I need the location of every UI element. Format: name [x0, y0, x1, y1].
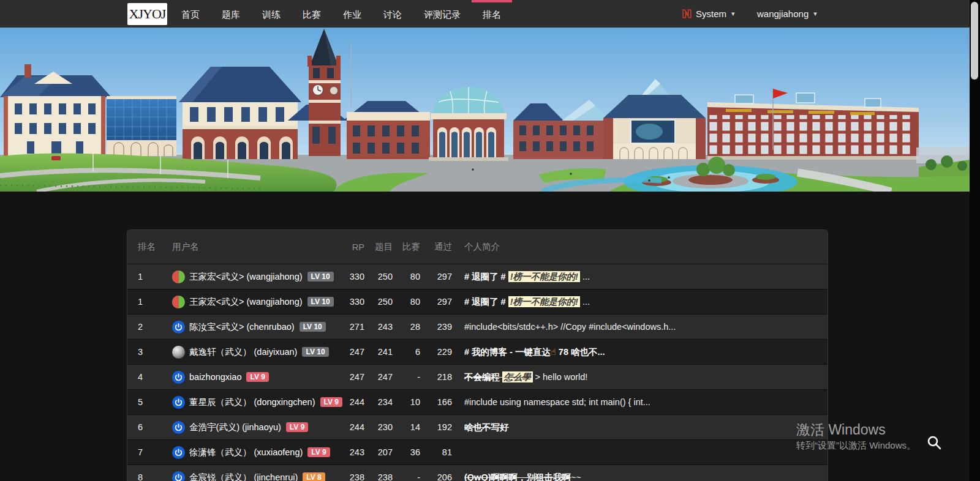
site-logo-text: XJYOJ [129, 6, 166, 22]
rank-value: 5 [127, 397, 172, 407]
campus-photo-banner [0, 28, 970, 192]
problems-value: 243 [364, 322, 393, 332]
rp-value: 330 [311, 297, 364, 307]
accepted-value: 206 [420, 472, 452, 481]
contest-value: 80 [393, 297, 420, 307]
username-link[interactable]: 董星辰（武义） (dongxingchen) [189, 397, 315, 408]
rank-value: 6 [127, 422, 172, 432]
scrollbar-thumb[interactable] [971, 2, 978, 80]
nav-item-评测记录[interactable]: 评测记录 [413, 0, 472, 28]
nav-item-首页[interactable]: 首页 [170, 0, 211, 28]
username-link[interactable]: 徐潇锋（武义） (xuxiaofeng) [189, 447, 303, 458]
bio-text: 78 啥也不... [556, 347, 605, 357]
header-rank: 排名 [127, 241, 172, 253]
accepted-value: 297 [420, 297, 452, 307]
username-link[interactable]: 王家宏<武义> (wangjiahong) [189, 296, 303, 308]
user-cell: 戴逸轩（武义） (daiyixuan) LV 10 [172, 346, 311, 359]
user-cell: 陈汝宝<武义> (chenrubao) LV 10 [172, 321, 311, 334]
table-row[interactable]: 4 baizhongxiao LV 9 247 247 - 218 不会编程 怎… [127, 364, 827, 389]
user-avatar [172, 270, 185, 283]
top-navbar: XJYOJ 首页题库训练比赛作业讨论评测记录排名 System ▾ wangji… [0, 0, 980, 28]
table-row[interactable]: 8 金宸锐（武义） (jinchenrui) LV 8 238 238 - 20… [127, 464, 827, 481]
user-cell: 董星辰（武义） (dongxingchen) LV 9 [172, 396, 311, 409]
user-avatar [172, 471, 185, 481]
table-row[interactable]: 1 王家宏<武义> (wangjiahong) LV 10 330 250 80… [127, 289, 827, 314]
user-cell: 王家宏<武义> (wangjiahong) LV 10 [172, 296, 311, 308]
table-row[interactable]: 2 陈汝宝<武义> (chenrubao) LV 10 271 243 28 2… [127, 314, 827, 339]
nav-item-训练[interactable]: 训练 [251, 0, 292, 28]
level-badge: LV 9 [286, 422, 308, 432]
user-cell: 金宸锐（武义） (jinchenrui) LV 8 [172, 471, 311, 481]
table-row[interactable]: 7 徐潇锋（武义） (xuxiaofeng) LV 9 243 207 36 8… [127, 439, 827, 464]
power-icon [174, 398, 183, 407]
username-link[interactable]: 金浩宇(武义) (jinhaoyu) [189, 422, 281, 433]
bio-cell: # 我的博客 - 一键直达☝ 78 啥也不... [452, 346, 827, 358]
rp-value: 247 [311, 347, 364, 357]
system-label: System [696, 9, 726, 19]
username-link[interactable]: baizhongxiao [189, 372, 241, 382]
problems-value: 207 [364, 447, 393, 457]
bio-text: ~~ [571, 472, 581, 481]
nav-item-题库[interactable]: 题库 [211, 0, 251, 28]
rank-value: 2 [127, 322, 172, 332]
bio-cell: 不会编程 怎么學 > hello world! [452, 371, 827, 383]
bio-text: > hello world! [533, 372, 588, 382]
accepted-value: 239 [420, 322, 452, 332]
table-row[interactable]: 5 董星辰（武义） (dongxingchen) LV 9 244 234 10… [127, 389, 827, 414]
rank-value: 4 [127, 372, 172, 382]
bio-cell: 啥也不写好 [452, 422, 827, 433]
username-link[interactable]: 戴逸轩（武义） (daiyixuan) [189, 346, 297, 358]
nav-item-比赛[interactable]: 比赛 [292, 0, 332, 28]
bio-text: #include using namespace std; int main()… [464, 397, 650, 407]
scrollbar-track[interactable] [970, 0, 980, 481]
table-row[interactable]: 3 戴逸轩（武义） (daiyixuan) LV 10 247 241 6 22… [127, 339, 827, 364]
main-nav-menu: 首页题库训练比赛作业讨论评测记录排名 [170, 0, 512, 28]
accepted-value: 166 [420, 397, 452, 407]
username-link[interactable]: 陈汝宝<武义> (chenrubao) [189, 321, 295, 333]
accepted-value: 297 [420, 272, 452, 282]
chevron-down-icon: ▾ [813, 10, 817, 18]
header-accepted: 通过 [420, 241, 452, 253]
contest-value: 28 [393, 322, 420, 332]
bio-text: # 我的博客 - 一键直达 [464, 347, 551, 357]
bio-text: (QwQ)啊啊啊，别狙击我啊 [464, 472, 571, 481]
contest-value: - [393, 372, 420, 382]
user-avatar [172, 296, 185, 308]
bio-text: # 退圈了 # [464, 297, 508, 307]
rp-value: 243 [311, 447, 364, 457]
power-icon [174, 448, 183, 457]
nav-item-作业[interactable]: 作业 [332, 0, 372, 28]
contest-value: 80 [393, 272, 420, 282]
table-row[interactable]: 1 王家宏<武义> (wangjiahong) LV 10 330 250 80… [127, 264, 827, 289]
table-row[interactable]: 6 金浩宇(武义) (jinhaoyu) LV 9 244 230 14 192… [127, 414, 827, 439]
bio-text: 不会编程 [464, 372, 502, 382]
power-icon [174, 473, 183, 481]
rp-value: 330 [311, 272, 364, 282]
user-dropdown[interactable]: wangjiahong ▾ [757, 0, 817, 28]
header-rp: RP [311, 242, 364, 252]
system-dropdown[interactable]: System ▾ [682, 0, 735, 28]
header-bio: 个人简介 [452, 241, 827, 253]
username-link[interactable]: 金宸锐（武义） (jinchenrui) [189, 472, 298, 481]
rank-value: 3 [127, 347, 172, 357]
rank-value: 8 [127, 472, 172, 481]
accepted-value: 218 [420, 372, 452, 382]
rank-value: 1 [127, 297, 172, 307]
rp-value: 247 [311, 372, 364, 382]
search-icon[interactable] [926, 434, 942, 450]
bio-text: ... [580, 272, 590, 282]
user-avatar [172, 371, 185, 384]
nav-item-讨论[interactable]: 讨论 [372, 0, 413, 28]
user-avatar [172, 396, 185, 409]
power-icon [174, 373, 183, 382]
bio-text: ... [580, 297, 590, 307]
site-logo[interactable]: XJYOJ [127, 3, 167, 25]
nav-item-排名[interactable]: 排名 [472, 0, 512, 28]
contest-value: 10 [393, 397, 420, 407]
bio-cell: # 退圈了 # !榜一不能是你的! ... [452, 296, 827, 308]
user-avatar [172, 321, 185, 334]
bio-text: !榜一不能是你的! [508, 271, 580, 282]
rp-value: 244 [311, 422, 364, 432]
level-badge: LV 9 [246, 372, 268, 382]
username-link[interactable]: 王家宏<武义> (wangjiahong) [189, 271, 303, 283]
